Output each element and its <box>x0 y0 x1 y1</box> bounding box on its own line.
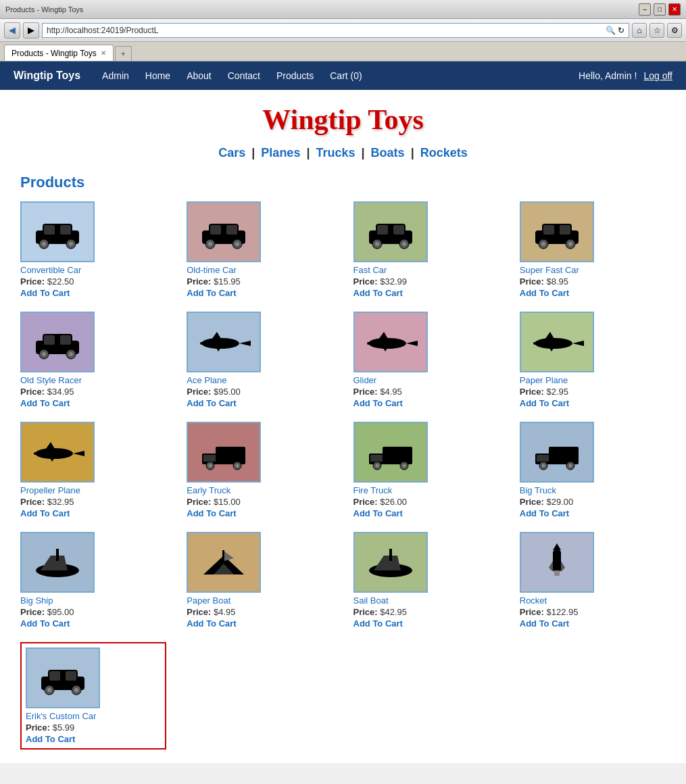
favorites-button[interactable]: ☆ <box>650 23 664 38</box>
app-navbar: Wingtip Toys Admin Home About Contact Pr… <box>0 62 686 90</box>
add-to-cart-button[interactable]: Add To Cart <box>353 508 403 518</box>
product-name[interactable]: Fire Truck <box>353 485 393 495</box>
svg-point-7 <box>69 242 73 246</box>
title-bar: Products - Wingtip Toys – □ ✕ <box>0 0 686 19</box>
window-controls: – □ ✕ <box>639 3 681 16</box>
product-name[interactable]: Sail Boat <box>353 595 389 606</box>
product-name[interactable]: Rocket <box>520 595 547 606</box>
product-price: Price: $8.95 <box>520 276 568 287</box>
active-tab[interactable]: Products - Wingtip Toys ✕ <box>4 45 114 61</box>
svg-point-15 <box>235 242 239 246</box>
nav-products[interactable]: Products <box>268 62 322 90</box>
product-price: Price: $42.95 <box>353 607 408 617</box>
product-name[interactable]: Old-time Car <box>187 265 237 275</box>
product-name[interactable]: Big Ship <box>20 595 53 606</box>
product-name[interactable]: Paper Boat <box>187 595 230 606</box>
svg-point-79 <box>541 464 545 468</box>
svg-rect-62 <box>203 455 216 462</box>
add-to-cart-button[interactable]: Add To Cart <box>520 288 569 298</box>
product-price: Price: $4.95 <box>187 607 235 617</box>
cat-boats[interactable]: Boats <box>371 146 405 160</box>
add-to-cart-button[interactable]: Add To Cart <box>520 618 569 629</box>
product-name[interactable]: Convertible Car <box>20 265 81 275</box>
home-button[interactable]: ⌂ <box>632 23 647 38</box>
svg-point-22 <box>375 242 379 246</box>
svg-point-14 <box>208 242 212 246</box>
nav-contact[interactable]: Contact <box>220 62 268 90</box>
svg-marker-91 <box>374 556 401 570</box>
product-name[interactable]: Propeller Plane <box>20 485 80 495</box>
product-name[interactable]: Old Style Racer <box>20 375 82 385</box>
nav-cart[interactable]: Cart (0) <box>322 62 370 90</box>
product-name[interactable]: Erik's Custom Car <box>26 711 96 721</box>
forward-button[interactable]: ▶ <box>23 22 39 39</box>
product-item: Super Fast CarPrice: $8.95Add To Cart <box>520 201 666 298</box>
product-name[interactable]: Fast Car <box>353 265 387 275</box>
product-price: Price: $26.00 <box>353 497 408 507</box>
svg-point-31 <box>568 242 572 246</box>
svg-point-66 <box>236 464 239 468</box>
nav-home[interactable]: Home <box>137 62 178 90</box>
add-to-cart-button[interactable]: Add To Cart <box>26 734 75 744</box>
svg-marker-56 <box>73 451 84 456</box>
address-bar[interactable]: http://localhost:24019/ProductL 🔍 ↻ <box>42 23 629 38</box>
svg-rect-19 <box>393 225 404 235</box>
add-to-cart-button[interactable]: Add To Cart <box>20 618 70 629</box>
product-name[interactable]: Glider <box>353 375 377 385</box>
svg-rect-26 <box>543 225 554 235</box>
add-to-cart-button[interactable]: Add To Cart <box>20 508 70 518</box>
back-button[interactable]: ◀ <box>4 22 20 39</box>
nav-about[interactable]: About <box>178 62 220 90</box>
add-to-cart-button[interactable]: Add To Cart <box>20 398 70 408</box>
product-price: Price: $95.00 <box>20 607 74 617</box>
cat-trucks[interactable]: Trucks <box>316 146 355 160</box>
svg-rect-54 <box>533 342 539 345</box>
product-image <box>520 532 594 593</box>
product-name[interactable]: Paper Plane <box>520 375 568 385</box>
section-title: Products <box>20 174 666 191</box>
product-image <box>20 312 95 372</box>
app-brand: Wingtip Toys <box>14 70 80 82</box>
add-to-cart-button[interactable]: Add To Cart <box>187 398 236 408</box>
add-to-cart-button[interactable]: Add To Cart <box>187 508 236 518</box>
product-image <box>353 201 428 262</box>
cat-cars[interactable]: Cars <box>218 146 245 160</box>
product-name[interactable]: Ace Plane <box>187 375 226 385</box>
svg-rect-35 <box>60 335 71 345</box>
close-button[interactable]: ✕ <box>668 3 681 16</box>
add-to-cart-button[interactable]: Add To Cart <box>520 398 569 408</box>
add-to-cart-button[interactable]: Add To Cart <box>187 288 236 298</box>
svg-point-72 <box>375 464 378 468</box>
maximize-button[interactable]: □ <box>654 3 666 16</box>
product-name[interactable]: Super Fast Car <box>520 265 579 275</box>
product-item: Fire TruckPrice: $26.00Add To Cart <box>353 422 499 518</box>
add-to-cart-button[interactable]: Add To Cart <box>520 508 569 518</box>
svg-rect-67 <box>383 447 412 464</box>
svg-marker-51 <box>572 341 584 346</box>
product-item: Propeller PlanePrice: $32.95Add To Cart <box>20 422 166 518</box>
add-to-cart-button[interactable]: Add To Cart <box>353 288 403 298</box>
add-to-cart-button[interactable]: Add To Cart <box>20 288 70 298</box>
minimize-button[interactable]: – <box>639 3 651 16</box>
cat-planes[interactable]: Planes <box>261 146 300 160</box>
nav-admin[interactable]: Admin <box>94 62 137 90</box>
refresh-icon[interactable]: ↻ <box>618 26 624 35</box>
cat-rockets[interactable]: Rockets <box>420 146 468 160</box>
svg-marker-83 <box>41 556 68 570</box>
product-name[interactable]: Big Truck <box>520 485 556 495</box>
product-image <box>187 422 261 483</box>
tab-close-icon[interactable]: ✕ <box>101 49 106 57</box>
svg-rect-3 <box>60 225 71 235</box>
add-to-cart-button[interactable]: Add To Cart <box>353 398 403 408</box>
new-tab-button[interactable]: + <box>115 46 132 61</box>
product-name[interactable]: Early Truck <box>187 485 230 495</box>
svg-point-65 <box>209 464 212 468</box>
hello-text: Hello, Admin ! <box>579 70 637 81</box>
logoff-button[interactable]: Log off <box>643 70 672 81</box>
product-price: Price: $32.99 <box>353 276 408 287</box>
cat-sep-3: | <box>362 146 365 160</box>
add-to-cart-button[interactable]: Add To Cart <box>187 618 236 629</box>
settings-button[interactable]: ⚙ <box>667 23 682 38</box>
main-content: Wingtip Toys Cars | Planes | Trucks | Bo… <box>0 90 686 763</box>
add-to-cart-button[interactable]: Add To Cart <box>353 618 403 629</box>
